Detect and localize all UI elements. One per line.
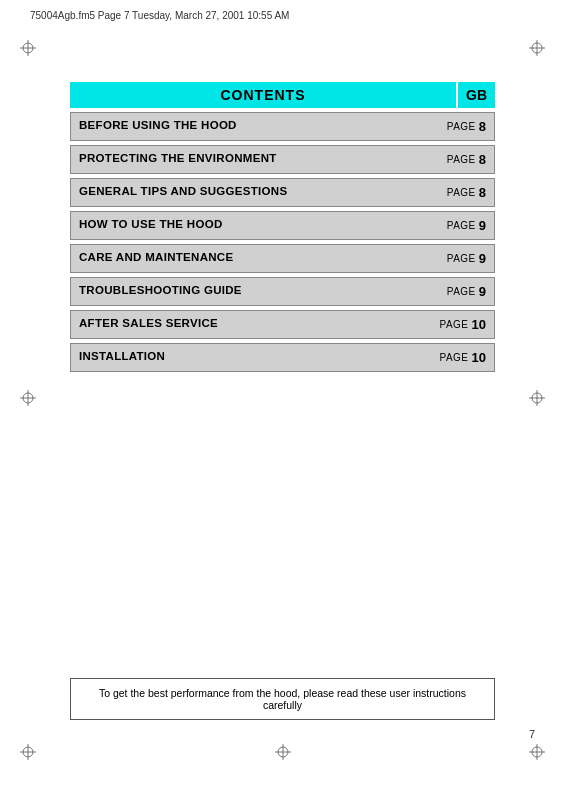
row-label: TROUBLESHOOTING GUIDE	[71, 278, 424, 305]
notice-box: To get the best performance from the hoo…	[70, 678, 495, 720]
row-label: GENERAL TIPS AND SUGGESTIONS	[71, 179, 424, 206]
row-page: PAGE8	[424, 179, 494, 206]
page-label: PAGE	[439, 352, 468, 363]
contents-title: CONTENTS	[70, 82, 456, 108]
page-num: 10	[472, 350, 486, 365]
contents-rows: BEFORE USING THE HOODPAGE8PROTECTING THE…	[70, 112, 495, 372]
row-page: PAGE10	[424, 344, 494, 371]
page-num: 10	[472, 317, 486, 332]
reg-mark-mid-right	[529, 390, 545, 406]
row-label: CARE AND MAINTENANCE	[71, 245, 424, 272]
content-area: CONTENTS GB BEFORE USING THE HOODPAGE8PR…	[70, 82, 495, 372]
row-page: PAGE8	[424, 113, 494, 140]
reg-mark-top-right	[529, 40, 545, 56]
page-container: 75004Agb.fm5 Page 7 Tuesday, March 27, 2…	[0, 0, 565, 800]
reg-mark-bottom-left	[20, 744, 36, 760]
notice-text: To get the best performance from the hoo…	[99, 687, 466, 711]
page-num: 8	[479, 185, 486, 200]
row-page: PAGE9	[424, 212, 494, 239]
row-label: BEFORE USING THE HOOD	[71, 113, 424, 140]
row-label: INSTALLATION	[71, 344, 424, 371]
page-label: PAGE	[447, 220, 476, 231]
table-row: GENERAL TIPS AND SUGGESTIONSPAGE8	[70, 178, 495, 207]
table-row: BEFORE USING THE HOODPAGE8	[70, 112, 495, 141]
reg-mark-bottom-center	[275, 744, 291, 760]
table-row: AFTER SALES SERVICEPAGE10	[70, 310, 495, 339]
page-num: 9	[479, 218, 486, 233]
reg-mark-top-left	[20, 40, 36, 56]
row-page: PAGE9	[424, 278, 494, 305]
page-num: 8	[479, 119, 486, 134]
reg-mark-mid-left	[20, 390, 36, 406]
page-header: 75004Agb.fm5 Page 7 Tuesday, March 27, 2…	[0, 0, 565, 27]
row-page: PAGE8	[424, 146, 494, 173]
row-label: HOW TO USE THE HOOD	[71, 212, 424, 239]
page-number: 7	[529, 728, 535, 740]
row-page: PAGE10	[424, 311, 494, 338]
row-label: PROTECTING THE ENVIRONMENT	[71, 146, 424, 173]
page-num: 8	[479, 152, 486, 167]
table-row: TROUBLESHOOTING GUIDEPAGE9	[70, 277, 495, 306]
table-row: CARE AND MAINTENANCEPAGE9	[70, 244, 495, 273]
page-label: PAGE	[447, 286, 476, 297]
contents-gb: GB	[456, 82, 495, 108]
contents-title-row: CONTENTS GB	[70, 82, 495, 108]
page-label: PAGE	[447, 187, 476, 198]
table-row: HOW TO USE THE HOODPAGE9	[70, 211, 495, 240]
page-num: 9	[479, 284, 486, 299]
file-info: 75004Agb.fm5 Page 7 Tuesday, March 27, 2…	[30, 10, 289, 21]
page-label: PAGE	[447, 121, 476, 132]
page-num: 9	[479, 251, 486, 266]
table-row: PROTECTING THE ENVIRONMENTPAGE8	[70, 145, 495, 174]
table-row: INSTALLATIONPAGE10	[70, 343, 495, 372]
row-label: AFTER SALES SERVICE	[71, 311, 424, 338]
page-label: PAGE	[439, 319, 468, 330]
page-label: PAGE	[447, 253, 476, 264]
reg-mark-bottom-right	[529, 744, 545, 760]
page-label: PAGE	[447, 154, 476, 165]
row-page: PAGE9	[424, 245, 494, 272]
